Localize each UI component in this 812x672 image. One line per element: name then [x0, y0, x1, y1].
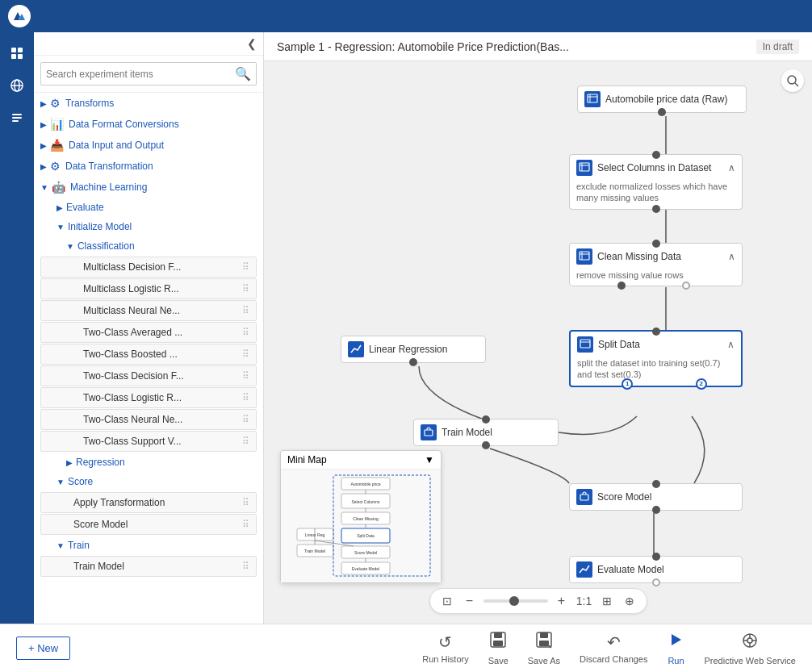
port-top[interactable]	[652, 240, 660, 248]
svg-text:Score Model: Score Model	[354, 550, 377, 555]
port-top[interactable]	[482, 415, 490, 424]
node-select-cols[interactable]: Select Columns in Dataset ∧ exclude norm…	[569, 154, 743, 210]
node-train-model[interactable]: Train Model	[413, 419, 559, 446]
sidebar-item-evaluate[interactable]: ▶ Evaluate	[34, 198, 263, 217]
run-action[interactable]: Run	[667, 631, 684, 666]
sidebar-item-multiclass-df[interactable]: Multiclass Decision F... ⠿	[40, 257, 257, 278]
mini-map-content[interactable]: Automobile price Select Columns Clean Mi…	[281, 470, 441, 582]
expand-icon[interactable]: ∧	[727, 339, 735, 350]
node-score-model[interactable]: Score Model	[569, 483, 743, 511]
sidebar-item-two-class-sv[interactable]: Two-Class Support V... ⠿	[40, 431, 257, 452]
run-history-action[interactable]: ↺ Run History	[422, 632, 468, 664]
arrow-icon: ▼	[57, 478, 65, 486]
sidebar-item-two-class-avg[interactable]: Two-Class Averaged ... ⠿	[40, 322, 257, 343]
node-evaluate-model[interactable]: Evaluate Model	[569, 556, 743, 583]
azure-logo-icon[interactable]	[8, 5, 31, 27]
sidebar-item-two-class-boosted[interactable]: Two-Class Boosted ... ⠿	[40, 344, 257, 365]
collapse-button[interactable]: ❮	[247, 37, 257, 50]
crosshair-button[interactable]: ⊕	[621, 592, 638, 610]
port-bottom[interactable]	[482, 441, 490, 449]
drag-handle-icon: ⠿	[242, 561, 249, 572]
drag-handle-icon: ⠿	[242, 392, 249, 403]
sidebar-item-label: Two-Class Decision F...	[83, 370, 184, 382]
canvas-main[interactable]: Automobile price data (Raw) Select Colum…	[264, 61, 812, 624]
save-action[interactable]: Save	[488, 631, 509, 666]
node-clean-missing[interactable]: Clean Missing Data ∧ remove missing valu…	[569, 243, 743, 286]
node-linear-regression[interactable]: Linear Regression	[341, 336, 486, 363]
svg-rect-28	[580, 495, 588, 500]
port-bottom-left[interactable]: 1	[622, 378, 633, 390]
sidebar-item-label: Train	[68, 540, 90, 551]
expand-icon[interactable]: ∧	[728, 162, 735, 173]
sidebar-item-two-class-df[interactable]: Two-Class Decision F... ⠿	[40, 365, 257, 386]
sidebar-item-data-transform[interactable]: ▶ ⚙ Data Transformation	[34, 156, 263, 177]
predictive-web-action[interactable]: Predictive Web Service	[704, 632, 796, 666]
node-title: Linear Regression	[369, 344, 479, 355]
sidebar-item-train-model[interactable]: Train Model ⠿	[40, 556, 257, 577]
sidebar-item-data-format[interactable]: ▶ 📊 Data Format Conversions	[34, 114, 263, 135]
sidebar-item-label: Apply Transformation	[73, 497, 165, 508]
port-bottom[interactable]	[652, 506, 660, 514]
sidebar-item-multiclass-lr[interactable]: Multiclass Logistic R... ⠿	[40, 278, 257, 299]
port-bottom[interactable]	[617, 282, 626, 290]
save-as-action[interactable]: Save As	[528, 631, 560, 666]
sidebar-item-machine-learning[interactable]: ▼ 🤖 Machine Learning	[34, 177, 263, 198]
sidebar-item-transforms[interactable]: ▶ ⚙ Transforms	[34, 93, 263, 114]
transforms-icon: ⚙	[50, 97, 61, 110]
port-top[interactable]	[652, 151, 660, 159]
fit-screen-button[interactable]: ⊡	[438, 592, 456, 610]
sidebar-icon-data[interactable]	[4, 105, 30, 131]
sidebar-item-score[interactable]: ▼ Score	[34, 472, 263, 491]
sidebar-item-apply-transform[interactable]: Apply Transformation ⠿	[40, 492, 257, 513]
canvas-search-button[interactable]	[781, 69, 804, 92]
sidebar-item-two-class-nn[interactable]: Two-Class Neural Ne... ⠿	[40, 409, 257, 430]
svg-text:Automobile price: Automobile price	[350, 482, 380, 486]
search-icon[interactable]: 🔍	[230, 63, 256, 85]
sidebar-item-classification[interactable]: ▼ Classification	[34, 236, 263, 256]
sidebar-item-label: Two-Class Support V...	[83, 436, 182, 447]
sidebar-item-label: Multiclass Logistic R...	[83, 283, 179, 294]
search-input[interactable]	[41, 65, 230, 83]
node-icon	[584, 91, 601, 107]
zoom-handle[interactable]	[509, 596, 519, 606]
node-split-data[interactable]: Split Data ∧ split the dataset into trai…	[569, 330, 743, 387]
port-bottom-right[interactable]: 2	[696, 378, 707, 390]
fit-all-button[interactable]: ⊞	[598, 592, 616, 610]
bottom-toolbar: + New ↺ Run History Save Save As ↶ Disca	[0, 624, 812, 672]
svg-point-14	[788, 76, 796, 84]
sidebar-item-label: Score	[68, 476, 93, 487]
toolbar-actions: ↺ Run History Save Save As ↶ Discard Cha…	[422, 631, 796, 666]
port-bottom[interactable]	[652, 578, 660, 586]
sidebar-item-regression[interactable]: ▶ Regression	[34, 453, 263, 472]
discard-action[interactable]: ↶ Discard Changes	[580, 632, 647, 664]
sidebar-item-train[interactable]: ▼ Train	[34, 536, 263, 555]
zoom-in-button[interactable]: +	[553, 592, 571, 610]
port-top[interactable]	[652, 480, 660, 488]
sidebar-item-init-model[interactable]: ▼ Initialize Model	[34, 217, 263, 236]
new-button[interactable]: + New	[16, 637, 70, 660]
svg-text:Clean Missing: Clean Missing	[353, 516, 379, 521]
svg-rect-1	[18, 48, 23, 52]
node-auto-price[interactable]: Automobile price data (Raw)	[577, 86, 747, 113]
port-bottom[interactable]	[409, 358, 417, 366]
sidebar-item-multiclass-nn[interactable]: Multiclass Neural Ne... ⠿	[40, 300, 257, 321]
sidebar-icon-globe[interactable]	[4, 73, 30, 98]
svg-rect-7	[12, 114, 22, 115]
mini-map-dropdown-icon[interactable]: ▼	[425, 454, 434, 465]
svg-rect-27	[425, 430, 433, 436]
svg-rect-0	[11, 48, 16, 52]
port-bottom[interactable]	[658, 108, 666, 116]
sidebar-icon-experiments[interactable]	[4, 40, 30, 66]
svg-text:Evaluate Model: Evaluate Model	[352, 566, 379, 571]
sidebar-item-score-model[interactable]: Score Model ⠿	[40, 514, 257, 535]
port-bottom[interactable]	[652, 205, 660, 213]
expand-icon[interactable]: ∧	[728, 251, 735, 262]
port-top[interactable]	[652, 328, 660, 336]
zoom-slider[interactable]	[483, 599, 548, 603]
svg-rect-51	[333, 475, 430, 576]
sidebar-item-two-class-lr[interactable]: Two-Class Logistic R... ⠿	[40, 387, 257, 408]
draft-badge: In draft	[756, 40, 799, 54]
zoom-out-button[interactable]: −	[461, 592, 479, 610]
sidebar-item-data-input[interactable]: ▶ 📥 Data Input and Output	[34, 135, 263, 156]
port-top[interactable]	[652, 553, 660, 561]
